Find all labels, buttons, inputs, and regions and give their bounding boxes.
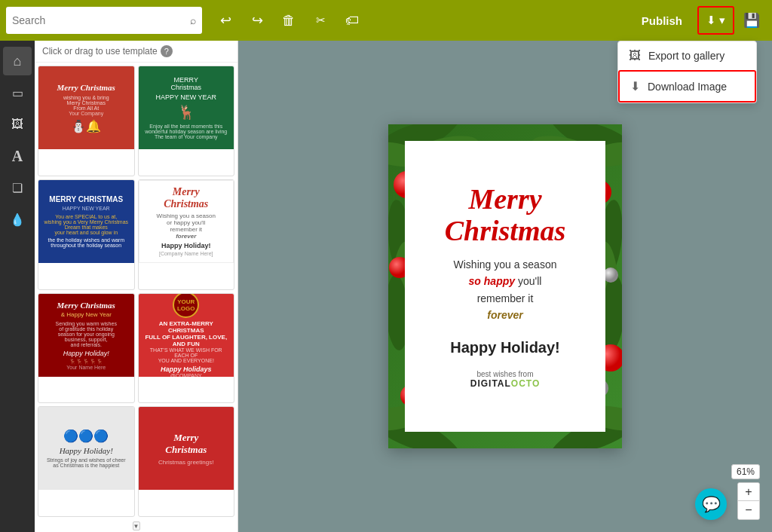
chat-icon: 💬 (702, 495, 721, 513)
hint-text: Click or drag to use template (42, 46, 158, 57)
brand-name: DIGITALOCTO (470, 378, 541, 389)
template-hint: Click or drag to use template ? (35, 41, 237, 63)
download-image-icon: ⬇ (630, 79, 640, 93)
zoom-in-button[interactable]: + (738, 483, 759, 501)
copy-icon: ❏ (12, 181, 23, 195)
save-button[interactable]: 💾 (737, 6, 766, 35)
search-area: ⌕ (6, 7, 202, 34)
download-dropdown-button[interactable]: ⬇ ▾ (697, 6, 734, 35)
template-panel: Click or drag to use template ? Merry Ch… (35, 41, 238, 532)
sidebar-home-button[interactable]: ⌂ (3, 47, 32, 75)
card-inner: Merry Christmas Wishing you a season so … (405, 141, 605, 432)
download-image-item[interactable]: ⬇ Download Image (618, 70, 756, 102)
main-area: ⌂ ▭ 🖼 A ❏ 💧 Click or drag to use templat… (0, 41, 772, 532)
sidebar-monitor-button[interactable]: ▭ (3, 78, 32, 107)
download-dropdown-menu: 🖼 Export to gallery ⬇ Download Image (617, 41, 757, 103)
export-to-gallery-item[interactable]: 🖼 Export to gallery (618, 41, 756, 70)
save-icon: 💾 (743, 12, 760, 29)
zoom-buttons: + − (737, 482, 760, 520)
toolbar: ⌕ ↩ ↪ 🗑 ✂ 🏷 Publish ⬇ ▾ 💾 (0, 0, 772, 41)
template-item[interactable]: MerryChristmas Christmas greetings! (138, 406, 235, 517)
tag-icon: 🏷 (345, 13, 359, 29)
search-input[interactable] (12, 14, 190, 26)
canvas-area: Merry Christmas Wishing you a season so … (238, 41, 772, 532)
hint-icon: ? (161, 45, 173, 57)
template-item[interactable]: MERRYChristmas HAPPY NEW YEAR 🦌 Enjoy al… (138, 66, 235, 176)
download-caret: ▾ (719, 14, 725, 27)
template-item[interactable]: Merry Christmas wishing you & bringMerry… (38, 66, 135, 176)
home-icon: ⌂ (14, 54, 22, 69)
drop-icon: 💧 (10, 212, 25, 227)
search-button[interactable]: ⌕ (190, 14, 196, 26)
monitor-icon: ▭ (12, 86, 23, 100)
download-icon: ⬇ (706, 14, 716, 27)
crop-icon: ✂ (316, 14, 326, 27)
text-icon: A (12, 148, 23, 165)
delete-button[interactable]: 🗑 (274, 6, 303, 35)
template-item[interactable]: Merry Christmas & Happy New Year Sending… (38, 293, 135, 404)
scroll-down-button[interactable]: ▼ (133, 521, 140, 530)
template-item[interactable]: MERRY CHRISTMAS HAPPY NEW YEAR You are S… (38, 179, 135, 290)
image-icon: 🖼 (11, 118, 23, 131)
undo-icon: ↩ (220, 12, 231, 29)
chat-button[interactable]: 💬 (695, 488, 727, 520)
happy-holiday-text: Happy Holiday! (450, 339, 560, 356)
wishing-text: Wishing you a season so happy you'll rem… (454, 256, 557, 324)
template-item[interactable]: YOURLOGO AN EXTRA-MERRY CHRISTMASFULL OF… (138, 293, 235, 404)
template-grid: Merry Christmas wishing you & bringMerry… (35, 63, 237, 520)
publish-label: Publish (642, 14, 682, 27)
publish-button[interactable]: Publish (630, 6, 694, 35)
crop-button[interactable]: ✂ (306, 6, 335, 35)
zoom-out-button[interactable]: − (738, 501, 759, 519)
download-image-label: Download Image (648, 81, 727, 93)
sidebar-icons: ⌂ ▭ 🖼 A ❏ 💧 (0, 41, 35, 532)
undo-button[interactable]: ↩ (211, 6, 240, 35)
merry-text: Merry Christmas (445, 184, 566, 247)
zoom-percentage: 61% (731, 464, 760, 479)
best-wishes-text: best wishes from (476, 370, 533, 378)
sidebar-copy-button[interactable]: ❏ (3, 173, 32, 202)
redo-button[interactable]: ↪ (243, 6, 271, 35)
redo-icon: ↪ (252, 12, 263, 29)
tag-button[interactable]: 🏷 (338, 6, 366, 35)
trash-icon: 🗑 (282, 13, 296, 29)
zoom-area: 61% + − (731, 464, 760, 520)
export-label: Export to gallery (648, 50, 725, 62)
export-icon: 🖼 (629, 49, 641, 63)
template-item[interactable]: MerryChristmas Wishing you a seasonor ha… (138, 179, 235, 290)
christmas-card: Merry Christmas Wishing you a season so … (388, 124, 622, 448)
sidebar-image-button[interactable]: 🖼 (3, 110, 32, 139)
template-item[interactable]: 🔵🔵🔵 Happy Holiday! Strings of joy and wi… (38, 406, 135, 517)
sidebar-text-button[interactable]: A (3, 142, 32, 170)
sidebar-drop-button[interactable]: 💧 (3, 205, 32, 234)
